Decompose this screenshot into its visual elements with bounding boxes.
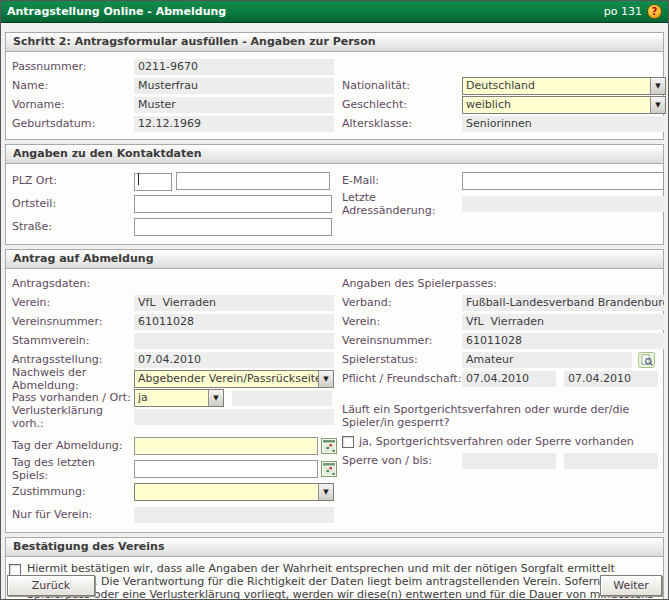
stammverein-label: Stammverein:	[12, 334, 134, 347]
nachweis-selected-value: Abgebender Verein/Passrückseite	[135, 372, 318, 385]
ortsteil-input[interactable]	[134, 195, 332, 213]
page-code: po 131	[604, 5, 642, 18]
section-antrag-header: Antrag auf Abmeldung	[6, 250, 663, 269]
kontakt-left-column: PLZ Ort: Ortsteil: Straße:	[12, 169, 342, 238]
pass-vereinsnummer-value: 61011028	[462, 333, 664, 349]
name-value: Musterfrau	[134, 78, 334, 94]
antragsdaten-row: Antragsdaten:	[12, 274, 342, 293]
nur-fuer-verein-label: Nur für Verein:	[12, 508, 134, 521]
section-bestaetigung-header: Bestätigung des Vereins	[6, 538, 663, 557]
strasse-input[interactable]	[134, 218, 332, 236]
section-kontakt: Angaben zu den Kontaktdaten PLZ Ort: Ort…	[5, 144, 664, 245]
vereinsnummer-label: Vereinsnummer:	[12, 315, 134, 328]
kontakt-right-column: E-Mail: Letzte Adressänderung:	[342, 169, 664, 238]
antrag-left-column: Antragsdaten: Verein: VfL Vierraden Vere…	[12, 274, 342, 526]
nationalitaet-row: Nationalität: Deutschland ▼	[342, 76, 666, 95]
vorname-label: Vorname:	[12, 98, 134, 111]
back-button[interactable]: Zurück	[7, 575, 95, 596]
passnummer-value: 0211-9670	[134, 59, 334, 75]
stammverein-value	[134, 333, 334, 349]
geburtsdatum-value: 12.12.1969	[134, 116, 334, 132]
sportgericht-checkbox-row: ja, Sportgerichtsverfahren oder Sperre v…	[342, 432, 664, 451]
email-input[interactable]	[462, 172, 664, 190]
zustimmung-label: Zustimmung:	[12, 485, 134, 498]
email-row: E-Mail:	[342, 169, 664, 192]
nachweis-label: Nachweis der Abmeldung:	[12, 366, 134, 392]
nur-fuer-verein-row: Nur für Verein:	[12, 503, 342, 526]
nur-fuer-verein-value	[134, 507, 334, 523]
vereinsnummer-row: Vereinsnummer: 61011028	[12, 312, 342, 331]
geschlecht-select[interactable]: weiblich ▼	[462, 96, 666, 114]
antragsstellung-label: Antragsstellung:	[12, 353, 134, 366]
plz-input-wrap	[134, 170, 172, 191]
document-search-icon[interactable]	[638, 352, 655, 368]
section-antrag-content: Antragsdaten: Verein: VfL Vierraden Vere…	[6, 269, 663, 532]
verband-label: Verband:	[342, 296, 462, 309]
freundschaft-value: 07.04.2010	[564, 371, 658, 387]
application-window: Antragstellung Online - Abmeldung po 131…	[0, 0, 669, 600]
verein-value: VfL Vierraden	[134, 295, 334, 311]
tag-letztes-spiel-row: Tag des letzten Spiels:	[12, 457, 342, 480]
sportgericht-checkbox[interactable]	[342, 436, 354, 448]
spacer	[342, 388, 664, 402]
titlebar: Antragstellung Online - Abmeldung po 131…	[1, 1, 668, 23]
strasse-label: Straße:	[12, 220, 134, 233]
pflicht-freundschaft-row: Pflicht / Freundschaft: 07.04.2010 07.04…	[342, 369, 664, 388]
adressaenderung-label: Letzte Adressänderung:	[342, 191, 462, 217]
passnummer-label: Passnummer:	[12, 60, 134, 73]
spielerstatus-label: Spielerstatus:	[342, 353, 462, 366]
altersklasse-row: Altersklasse: Seniorinnen	[342, 114, 666, 133]
footer: Zurück Weiter	[1, 575, 668, 596]
vorname-row: Vorname: Muster	[12, 95, 342, 114]
nachweis-row: Nachweis der Abmeldung: Abgebender Verei…	[12, 369, 342, 388]
section-kontakt-header: Angaben zu den Kontaktdaten	[6, 145, 663, 164]
chevron-down-icon[interactable]: ▼	[318, 371, 333, 387]
geschlecht-row: Geschlecht: weiblich ▼	[342, 95, 666, 114]
verein-label: Verein:	[12, 296, 134, 309]
pflicht-freundschaft-label: Pflicht / Freundschaft:	[342, 372, 462, 385]
help-icon[interactable]: ?	[647, 4, 662, 19]
stammverein-row: Stammverein:	[12, 331, 342, 350]
section-person-content: Passnummer: 0211-9670 Name: Musterfrau V…	[6, 52, 663, 139]
section-antrag: Antrag auf Abmeldung Antragsdaten: Verei…	[5, 249, 664, 533]
chevron-down-icon[interactable]: ▼	[650, 97, 665, 113]
zustimmung-select[interactable]: ▼	[134, 483, 334, 501]
plz-input[interactable]	[134, 173, 172, 191]
adressaenderung-value	[462, 196, 664, 212]
vereinsnummer-value: 61011028	[134, 314, 334, 330]
verlusterklaerung-value	[134, 409, 334, 425]
tag-abmeldung-label: Tag der Abmeldung:	[12, 439, 134, 452]
adressaenderung-row: Letzte Adressänderung:	[342, 192, 664, 215]
geburtsdatum-row: Geburtsdatum: 12.12.1969	[12, 114, 342, 133]
pass-verein-value: VfL Vierraden	[462, 314, 664, 330]
antrag-right-column: Angaben des Spielerpasses: Verband: Fußb…	[342, 274, 664, 526]
sperre-bis-value	[564, 453, 658, 469]
chevron-down-icon[interactable]: ▼	[650, 78, 665, 94]
tag-letztes-spiel-label: Tag des letzten Spiels:	[12, 456, 134, 482]
antragsdaten-label: Antragsdaten:	[12, 277, 134, 290]
tag-letztes-spiel-input[interactable]	[134, 460, 318, 478]
pass-vorhanden-selected-value: ja	[135, 391, 208, 404]
ort-input[interactable]	[176, 172, 330, 190]
nachweis-select[interactable]: Abgebender Verein/Passrückseite ▼	[134, 370, 334, 388]
nationalitaet-label: Nationalität:	[342, 79, 462, 92]
pass-verein-row: Verein: VfL Vierraden	[342, 312, 664, 331]
pass-vereinsnummer-row: Vereinsnummer: 61011028	[342, 331, 664, 350]
section-person: Schritt 2: Antragsformular ausfüllen - A…	[5, 32, 664, 140]
calendar-icon[interactable]	[321, 438, 337, 454]
next-button[interactable]: Weiter	[600, 575, 662, 596]
section-person-header: Schritt 2: Antragsformular ausfüllen - A…	[6, 33, 663, 52]
calendar-icon[interactable]	[321, 461, 337, 477]
nationalitaet-select[interactable]: Deutschland ▼	[462, 77, 666, 95]
tag-abmeldung-input[interactable]	[134, 437, 318, 455]
spielerpass-header-label: Angaben des Spielerpasses:	[342, 277, 497, 290]
verband-row: Verband: Fußball-Landesverband Brandenbu…	[342, 293, 664, 312]
altersklasse-value: Seniorinnen	[462, 116, 664, 132]
chevron-down-icon[interactable]: ▼	[318, 484, 333, 500]
pass-vorhanden-select[interactable]: ja ▼	[134, 389, 224, 407]
geburtsdatum-label: Geburtsdatum:	[12, 117, 134, 130]
zustimmung-row: Zustimmung: ▼	[12, 480, 342, 503]
pass-vereinsnummer-label: Vereinsnummer:	[342, 334, 462, 347]
pass-ort-value	[232, 390, 332, 406]
chevron-down-icon[interactable]: ▼	[208, 390, 223, 406]
